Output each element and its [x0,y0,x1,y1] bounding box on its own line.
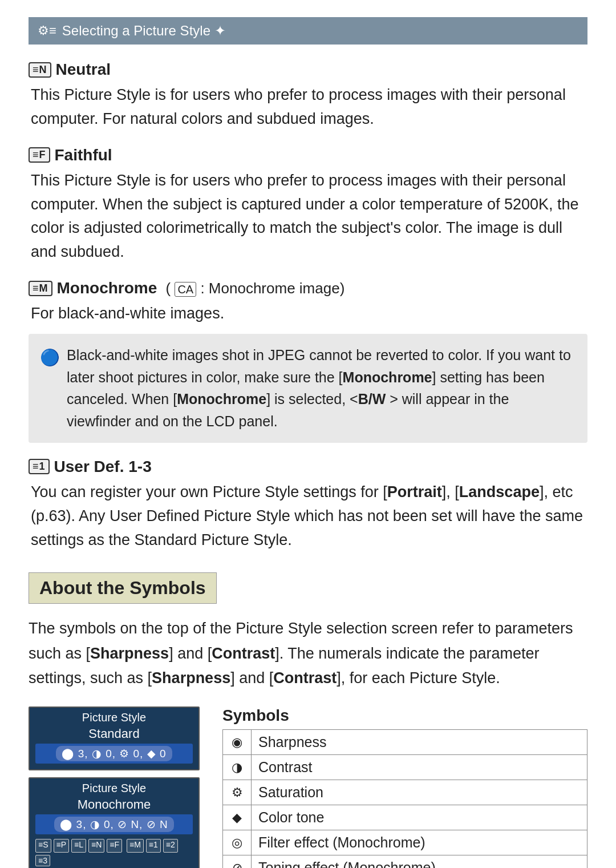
symbol-row-contrast: ◑ Contrast [223,755,587,780]
symbol-label-colortone: Color tone [252,805,587,830]
symbols-two-col: Picture Style Standard ⬤ 3, ◑ 0, ⚙ 0, ◆ … [29,706,587,868]
monochrome-body: For black-and-white images. [31,302,587,326]
faithful-body: This Picture Style is for users who pref… [31,169,587,264]
userdef-body: You can register your own Picture Style … [31,481,587,552]
ps-mini-1: ≡1 [146,839,161,853]
symbol-icon-filter: ◎ [223,830,252,855]
section-monochrome-title: ≡M Monochrome ( CA : Monochrome image) [29,279,587,297]
about-body: The symbols on the top of the Picture St… [29,616,587,691]
section-monochrome: ≡M Monochrome ( CA : Monochrome image) F… [29,279,587,443]
symbol-row-saturation: ⚙ Saturation [223,780,587,805]
symbol-icon-saturation: ⚙ [223,780,252,805]
ps-mini-p: ≡P [54,839,70,853]
neutral-body: This Picture Style is for users who pref… [31,83,587,131]
ps-standard-title: Picture Style [35,711,193,724]
section-userdef: ≡1 User Def. 1-3 You can register your o… [29,458,587,552]
symbol-row-filter: ◎ Filter effect (Monochrome) [223,830,587,855]
ps-mini-l: ≡L [71,839,86,853]
header-bar: ⚙≡ Selecting a Picture Style ✦ [29,17,587,45]
symbol-icon-sharpness: ◉ [223,730,252,755]
ps-boxes: Picture Style Standard ⬤ 3, ◑ 0, ⚙ 0, ◆ … [29,706,200,868]
monochrome-icon-badge: ≡M [29,281,52,296]
neutral-icon-badge: ≡N [29,62,51,78]
monochrome-note-text: Black-and-white images shot in JPEG cann… [67,344,576,433]
ps-mini-m: ≡M [127,839,144,853]
symbol-icon-toning: ⊘ [223,855,252,869]
symbol-icon-contrast: ◑ [223,755,252,780]
symbol-label-contrast: Contrast [252,755,587,780]
ps-mini-n: ≡N [88,839,104,853]
header-text: Selecting a Picture Style ✦ [62,23,226,39]
faithful-icon-badge: ≡F [29,147,50,163]
note-caution-icon: 🔵 [40,345,60,433]
ps-mono-subtitle: Monochrome [35,797,193,812]
symbol-label-saturation: Saturation [252,780,587,805]
symbol-row-colortone: ◆ Color tone [223,805,587,830]
monochrome-note-box: 🔵 Black-and-white images shot in JPEG ca… [29,334,587,443]
symbol-label-toning: Toning effect (Monochrome) [252,855,587,869]
ps-standard-values: ⬤ 3, ◑ 0, ⚙ 0, ◆ 0 [35,744,193,764]
section-faithful-title: ≡F Faithful [29,146,587,164]
neutral-title-text: Neutral [56,60,111,79]
ps-standard-box: Picture Style Standard ⬤ 3, ◑ 0, ⚙ 0, ◆ … [29,706,200,770]
symbols-table: ◉ Sharpness ◑ Contrast ⚙ Saturation ◆ [222,729,587,868]
symbol-label-sharpness: Sharpness [252,730,587,755]
userdef-title-text: User Def. 1-3 [54,458,152,476]
page-container: ⚙≡ Selecting a Picture Style ✦ ≡N Neutra… [0,0,616,868]
symbols-section: Symbols ◉ Sharpness ◑ Contrast ⚙ [222,706,587,868]
section-faithful: ≡F Faithful This Picture Style is for us… [29,146,587,264]
about-section: About the Symbols The symbols on the top… [29,567,587,868]
ps-mini-3: ≡3 [35,855,50,866]
userdef-icon-badge: ≡1 [29,459,50,474]
symbol-row-sharpness: ◉ Sharpness [223,730,587,755]
ps-mono-box: Picture Style Monochrome ⬤ 3, ◑ 0, ⊘ N, … [29,777,200,868]
symbol-icon-colortone: ◆ [223,805,252,830]
about-heading: About the Symbols [29,572,217,604]
ps-mini-f: ≡F [107,839,122,853]
symbol-label-filter: Filter effect (Monochrome) [252,830,587,855]
ps-mono-icons: ≡S ≡P ≡L ≡N ≡F ≡M ≡1 ≡2 ≡3 [35,839,193,866]
ps-standard-subtitle: Standard [35,726,193,741]
section-neutral-title: ≡N Neutral [29,60,587,79]
monochrome-title-text: Monochrome [57,279,157,297]
ps-mono-values: ⬤ 3, ◑ 0, ⊘ N, ⊘ N [35,814,193,834]
symbol-row-toning: ⊘ Toning effect (Monochrome) [223,855,587,869]
ps-mono-title: Picture Style [35,782,193,795]
monochrome-title-extra: ( CA : Monochrome image) [161,280,345,297]
section-userdef-title: ≡1 User Def. 1-3 [29,458,587,476]
header-icon: ⚙≡ [38,23,56,38]
section-neutral: ≡N Neutral This Picture Style is for use… [29,60,587,131]
faithful-title-text: Faithful [55,146,112,164]
ps-mini-2: ≡2 [163,839,178,853]
ps-mini-s: ≡S [35,839,51,853]
symbols-title: Symbols [222,706,587,725]
